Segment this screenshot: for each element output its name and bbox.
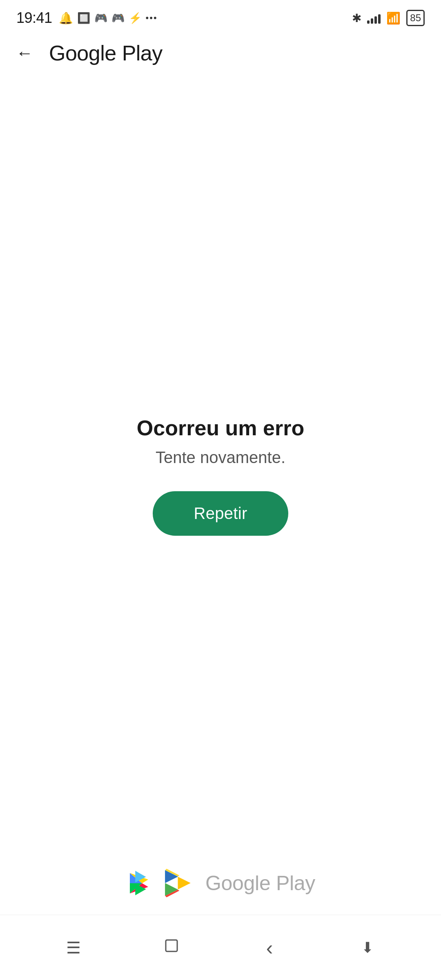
nav-recents-button[interactable]: ⬇ [351,931,384,964]
nav-menu-icon: ☰ [66,938,81,957]
nav-back-icon: ‹ [266,936,273,960]
nfc-icon: 🔲 [77,12,90,24]
alarm-icon: 🔔 [59,11,73,25]
nav-menu-button[interactable]: ☰ [57,931,90,964]
status-time: 19:41 [16,9,52,27]
status-icons: 🔔 🔲 🎮 🎮 ⚡ ••• [59,11,158,25]
status-bar-right: ✱ 📶 85 [352,10,425,26]
more-icon: ••• [146,13,158,23]
back-arrow-icon: ← [16,45,33,62]
nav-home-icon [163,937,180,959]
main-content: Ocorreu um erro Tente novamente. Repetir [0,74,441,878]
bluetooth-icon: ✱ [352,11,361,25]
signal-bars-icon [367,12,381,24]
status-bar: 19:41 🔔 🔲 🎮 🎮 ⚡ ••• ✱ 📶 85 [0,0,441,33]
app-bar-title: Google Play [49,41,163,65]
error-section: Ocorreu um erro Tente novamente. Repetir [137,416,304,536]
bottom-branding: Google Play [0,868,441,898]
bottom-brand-text: Google Play [205,871,315,895]
gplay-logo-svg [163,868,193,898]
nav-bar: ☰ ‹ ⬇ [0,915,441,980]
wifi-icon: 📶 [386,11,401,25]
svg-rect-6 [166,940,177,951]
battery-level: 85 [410,12,421,24]
game2-icon: 🎮 [111,12,125,24]
google-play-triangle [131,868,161,898]
error-subtitle: Tente novamente. [156,448,285,467]
retry-button[interactable]: Repetir [153,491,288,536]
back-button[interactable]: ← [12,41,37,65]
app-bar: ← Google Play [0,33,441,74]
nav-recents-icon: ⬇ [361,939,374,956]
nav-home-button[interactable] [155,931,188,964]
error-title: Ocorreu um erro [137,416,304,440]
nav-back-button[interactable]: ‹ [253,931,286,964]
game1-icon: 🎮 [94,12,107,24]
battery-indicator: 85 [406,10,425,26]
flash-icon: ⚡ [129,12,142,24]
status-bar-left: 19:41 🔔 🔲 🎮 🎮 ⚡ ••• [16,9,158,27]
